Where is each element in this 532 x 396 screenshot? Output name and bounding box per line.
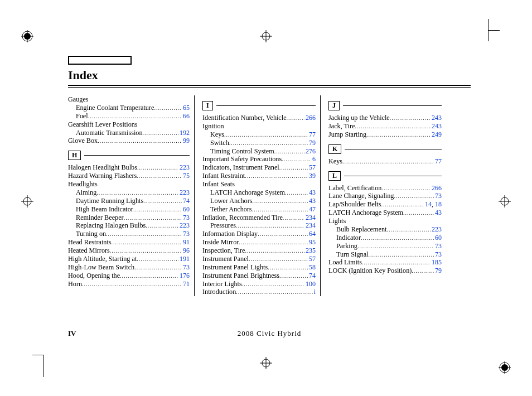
page-link[interactable]: 276 xyxy=(306,147,316,155)
page-link[interactable]: 65 xyxy=(183,104,190,112)
index-entry-pages: 185 xyxy=(431,258,442,267)
index-entry-text: Daytime Running Lights xyxy=(76,197,143,205)
page-link[interactable]: 73 xyxy=(183,214,190,221)
leader-dots xyxy=(268,264,308,271)
index-letter-rule xyxy=(84,155,190,156)
page-link[interactable]: 64 xyxy=(309,230,316,238)
page-link[interactable]: 57 xyxy=(309,163,316,171)
index-entry: Instrument Panel57 xyxy=(202,255,316,263)
page-link[interactable]: 185 xyxy=(432,258,442,266)
index-entry-text: Instrument Panel Lights xyxy=(202,263,268,272)
crosshair-icon xyxy=(260,357,272,369)
page-link[interactable]: 266 xyxy=(432,184,442,192)
page-link[interactable]: 39 xyxy=(309,172,316,180)
index-entry-pages: 74 xyxy=(182,197,190,205)
page-link[interactable]: 60 xyxy=(183,205,190,213)
index-letter-box: L xyxy=(328,171,341,181)
header-bar xyxy=(68,56,132,65)
index-entry: Inspection, Tire235 xyxy=(202,247,316,255)
index-entry-pages: 192 xyxy=(178,129,190,137)
leader-dots xyxy=(282,156,311,163)
page-link[interactable]: 74 xyxy=(309,272,316,279)
page-link[interactable]: 234 xyxy=(306,214,316,221)
page-link[interactable]: 43 xyxy=(309,197,316,205)
page-link[interactable]: 79 xyxy=(309,139,316,147)
index-entry-pages: 243 xyxy=(431,122,442,131)
index-group-heading-text: Gearshift Lever Positions xyxy=(68,120,138,129)
page-link[interactable]: 6 xyxy=(312,155,316,163)
page-link[interactable]: 95 xyxy=(309,238,316,246)
page-link[interactable]: 96 xyxy=(183,247,190,254)
page-link[interactable]: 74 xyxy=(183,197,190,205)
index-entry: Inflation, Recommended Tire234 xyxy=(202,214,316,222)
index-entry-pages: 100 xyxy=(304,280,316,288)
leader-dots xyxy=(137,256,178,263)
index-entry: Timing Control System276 xyxy=(202,147,316,156)
leader-dots xyxy=(124,215,182,221)
index-entry: Interior Lights100 xyxy=(202,280,316,288)
page-link[interactable]: 66 xyxy=(183,112,190,120)
index-entry: Aiming223 xyxy=(68,189,190,197)
page-link[interactable]: 223 xyxy=(180,163,190,171)
index-entry-pages: 60 xyxy=(182,205,190,214)
page-link[interactable]: 75 xyxy=(183,172,190,180)
page-link[interactable]: 57 xyxy=(309,255,316,263)
index-letter-rule xyxy=(344,176,442,176)
leader-dots xyxy=(229,140,308,147)
page-link[interactable]: 43 xyxy=(435,209,442,216)
index-entry-text: Hazard Warning Flashers xyxy=(68,172,137,180)
page-link[interactable]: 73 xyxy=(183,263,190,271)
page-link[interactable]: 192 xyxy=(180,129,190,137)
page-link[interactable]: 223 xyxy=(432,225,442,233)
page-link[interactable]: 73 xyxy=(435,250,442,258)
index-group-heading-text: Gauges xyxy=(68,95,89,104)
page-link[interactable]: 223 xyxy=(180,221,190,229)
page-link[interactable]: 47 xyxy=(309,205,316,213)
leader-dots xyxy=(381,201,424,208)
page-link[interactable]: 243 xyxy=(432,122,442,130)
index-entry-pages: 75 xyxy=(182,172,190,180)
page-link[interactable]: 234 xyxy=(306,221,316,229)
page-link[interactable]: 73 xyxy=(183,230,190,238)
index-entry-text: Heated Mirrors xyxy=(68,247,110,255)
leader-dots xyxy=(245,248,304,254)
page-link[interactable]: 249 xyxy=(432,131,442,138)
index-entry-pages: 95 xyxy=(308,238,316,247)
leader-dots xyxy=(120,273,178,279)
page-link[interactable]: 223 xyxy=(180,189,190,196)
page-link[interactable]: 58 xyxy=(309,263,316,271)
page-link[interactable]: 73 xyxy=(435,192,442,200)
page-link[interactable]: 18 xyxy=(435,200,442,208)
page-link[interactable]: 243 xyxy=(432,114,442,122)
page-link[interactable]: 77 xyxy=(435,157,442,165)
index-entry-pages: 60 xyxy=(434,234,442,242)
index-entry-pages: 276 xyxy=(304,147,316,156)
index-entry-pages: 223 xyxy=(431,225,442,234)
page-link[interactable]: 73 xyxy=(435,242,442,250)
index-entry-pages: 58 xyxy=(308,263,316,272)
index-entry-pages: 73 xyxy=(182,230,190,238)
index-entry-pages: 73 xyxy=(182,263,190,272)
page-link[interactable]: 99 xyxy=(183,137,190,144)
registration-mark-icon xyxy=(21,30,33,42)
page-link[interactable]: 60 xyxy=(435,234,442,242)
index-entry-pages: 91 xyxy=(182,238,190,247)
page-link[interactable]: 176 xyxy=(180,272,190,279)
page-link[interactable]: 191 xyxy=(180,255,190,263)
index-entry-pages: 243 xyxy=(431,114,442,122)
page-link[interactable]: 43 xyxy=(309,189,316,196)
page-link[interactable]: 79 xyxy=(435,267,442,274)
index-entry: LATCH Anchorage System43 xyxy=(202,189,316,197)
page-link[interactable]: i xyxy=(314,288,316,296)
page-link[interactable]: 71 xyxy=(183,280,190,288)
index-entry-pages: 223 xyxy=(178,163,190,172)
page-link[interactable]: 77 xyxy=(309,131,316,138)
page-link[interactable]: 235 xyxy=(306,247,316,254)
title-rule-thick xyxy=(68,85,471,86)
page-link[interactable]: 266 xyxy=(306,114,316,122)
index-entry-text: Hood, Opening the xyxy=(68,272,120,280)
index-entry-pages: 223 xyxy=(178,189,190,197)
page-link[interactable]: 14 xyxy=(425,200,432,208)
page-link[interactable]: 91 xyxy=(183,238,190,246)
page-link[interactable]: 100 xyxy=(306,280,316,288)
